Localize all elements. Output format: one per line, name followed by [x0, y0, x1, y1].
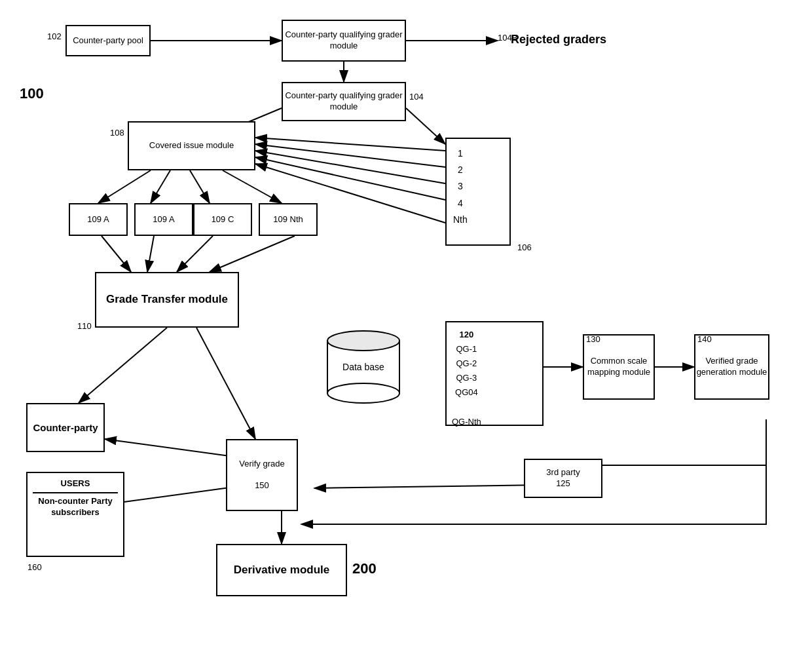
box-grade-transfer: Grade Transfer module — [95, 272, 239, 328]
label-140: 140 — [697, 334, 712, 344]
svg-line-9 — [255, 151, 445, 183]
box-3rd-party: 3rd party125 — [524, 459, 602, 498]
box-covered-issue: Covered issue module — [128, 121, 255, 170]
box-109c: 109 C — [193, 203, 252, 236]
label-102: 102 — [47, 31, 62, 41]
label-160: 160 — [28, 562, 42, 572]
box-cq-grader-top: Counter-party qualifying grader module — [282, 20, 406, 62]
box-cq-grader-main: Counter-party qualifying grader module — [282, 82, 406, 121]
label-106: 106 — [517, 242, 532, 252]
database-cylinder: Data base — [321, 321, 406, 406]
svg-line-7 — [255, 138, 445, 151]
box-users: USERS Non-counter Party subscribers — [26, 472, 124, 557]
box-derivative: Derivative module — [216, 544, 347, 596]
svg-line-10 — [255, 157, 445, 200]
box-counter-party-pool: Counter-party pool — [65, 25, 151, 56]
svg-line-5 — [406, 108, 445, 144]
svg-text:Data base: Data base — [342, 362, 384, 372]
box-counter-party: Counter-party — [26, 403, 105, 452]
svg-point-29 — [327, 383, 399, 403]
label-130: 130 — [586, 334, 600, 344]
box-verified-grade: Verified grade generation module — [694, 334, 769, 400]
box-106: 1 2 3 4 Nth — [445, 138, 511, 246]
label-104: 104 — [409, 92, 424, 102]
svg-line-8 — [255, 144, 445, 167]
svg-line-27 — [314, 485, 544, 488]
label-100: 100 — [20, 85, 44, 102]
svg-line-16 — [101, 236, 131, 272]
svg-line-15 — [223, 170, 282, 203]
label-108: 108 — [110, 128, 124, 138]
svg-line-18 — [177, 236, 213, 272]
label-110: 110 — [77, 321, 92, 331]
box-109a2: 109 A — [134, 203, 193, 236]
label-104b: 104B — [498, 33, 517, 43]
box-verify-grade: Verify grade150 — [226, 439, 298, 511]
svg-point-30 — [327, 331, 399, 351]
svg-line-12 — [98, 170, 151, 203]
svg-line-17 — [147, 236, 154, 272]
svg-line-22 — [79, 328, 167, 403]
box-109a1: 109 A — [69, 203, 128, 236]
label-rejected: Rejected graders — [511, 33, 606, 47]
box-common-scale: Common scale mapping module — [583, 334, 655, 400]
svg-line-13 — [151, 170, 170, 203]
svg-line-19 — [210, 236, 295, 272]
svg-line-14 — [190, 170, 210, 203]
box-120: 120 QG-1 QG-2 QG-3 QG04 QG-Nth — [445, 321, 544, 426]
box-109nth: 109 Nth — [259, 203, 318, 236]
svg-line-26 — [196, 328, 255, 439]
label-200: 200 — [352, 560, 377, 577]
